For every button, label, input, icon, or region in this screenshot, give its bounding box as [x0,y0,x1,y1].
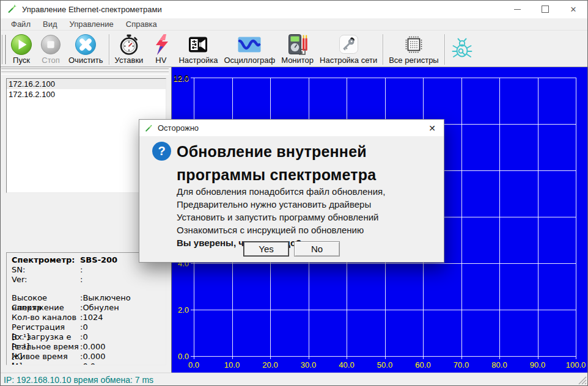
info-row-value: : [80,275,83,285]
info-row-label: Кол-во каналов [12,313,80,322]
menu-item-file[interactable]: Файл [5,18,37,31]
key-icon [337,33,360,56]
toolbar-button-setpoints[interactable]: Уставки [112,31,147,65]
y-tick [191,78,194,78]
info-row: Высокое напряжение:Выключено [12,293,166,303]
app-wand-icon [7,4,17,14]
minimize-button[interactable] [503,0,531,18]
maximize-button[interactable] [531,0,559,18]
toolbar-grip[interactable] [2,35,5,64]
toolbar-label: Монитор [281,56,314,65]
dialog-close-button[interactable]: ✕ [421,120,444,136]
toolbar-button-all-registers[interactable]: Все регистры [386,31,442,65]
y-tick [191,310,194,310]
debug-bug-icon [450,37,474,60]
info-row-label: Вх. загрузка е [с⁻¹] [12,332,80,342]
y-tick [191,263,194,264]
toolbar-separator [383,34,383,65]
x-tick [576,356,576,359]
toolbar-button-oscilloscope[interactable]: Осциллограф [221,31,278,65]
toolbar-button-settings[interactable]: Настройка [175,31,221,65]
info-row: SN:: [12,265,166,275]
toolbar-label: Настройка [178,56,218,65]
toolbar-label: Очистить [68,56,103,65]
info-row: Регистрация [с⁻¹]:0 [12,322,166,332]
dialog-title-bar: Осторожно ✕ [139,120,444,136]
panel-grip[interactable] [1,71,169,75]
dialog-body: Для обновления понадобится файл обновлен… [177,185,385,249]
device-list-item[interactable]: 172.16.2.100 [7,79,166,89]
yes-button[interactable]: Yes [243,241,289,257]
toolbar-label: Пуск [13,56,30,65]
x-gridline [576,78,576,356]
toolbar-label: Настройка сети [320,56,377,65]
y-tick-label: 2.0 [164,305,189,315]
close-button[interactable]: ✕ [559,0,587,18]
info-row-label: Мертвое время [%] [12,362,80,365]
info-row-value: :0.000 [80,352,106,362]
toolbar-button-stop[interactable]: Стоп [36,31,65,65]
toolbar-button-hv[interactable]: HV [146,31,175,65]
toolbar-button-debug[interactable] [447,31,477,65]
dialog-close-icon: ✕ [428,123,436,133]
info-row: Кол-во каналов:1024 [12,313,166,322]
info-spacer [12,285,166,293]
dialog-heading-line: Обновление внутренней [177,140,376,163]
info-row-label: Ver: [12,275,80,285]
info-row-value: : [80,265,83,275]
info-row-value: :0 [80,332,88,342]
info-row-value: :Обнулен [80,303,119,313]
dialog-body-line: Установить и запустить программу обновле… [177,211,385,224]
toolbar-button-network-settings[interactable]: Настройка сети [317,31,380,65]
toolbar-button-monitor[interactable]: Монитор [278,31,317,65]
info-row: Ver:: [12,275,166,285]
toolbar-label: Все регистры [389,56,439,65]
y-gridline [194,356,576,357]
menu-item-view[interactable]: Вид [37,18,64,31]
window-controls: ✕ [503,0,587,18]
play-icon [10,33,33,56]
toolbar: Пуск Стоп Очистить [0,31,588,67]
x-tick-label: 30.0 [301,360,316,370]
info-row-value: :1024 [80,313,103,322]
window-title: Управление Ethernet-спектрометрами [22,5,162,14]
info-row-label: Высокое напряжение [12,293,80,303]
y-tick-label: 0.0 [164,352,189,361]
menu-bar: ФайлВидУправлениеСправка [0,18,588,31]
info-row-value: :0 [80,322,88,332]
info-row-value: SBS-200 [80,255,117,265]
info-row-label: Регистрация [с⁻¹] [12,322,80,332]
x-tick-label: 50.0 [377,360,392,370]
x-tick-label: 90.0 [530,360,545,370]
dialog-heading-line: программы спектрометра [177,163,376,186]
minimize-icon [514,9,521,10]
spectrometer-info-box: Спектрометр:SBS-200SN::Ver::Высокое напр… [6,252,166,365]
toolbar-button-start[interactable]: Пуск [7,31,36,65]
info-row: Спектр:Обнулен [12,303,166,313]
resize-grip-icon[interactable] [578,376,587,385]
dialog-body-line: Предварительно нужно установить драйверы [177,198,385,211]
question-icon: ? [152,142,171,161]
menu-item-help[interactable]: Справка [120,18,163,31]
info-row-label: SN: [12,265,80,275]
toolbar-label: Стоп [42,56,59,65]
toolbar-label: Осциллограф [224,56,275,65]
toolbar-button-clear[interactable]: Очистить [65,31,106,65]
maximize-icon [542,5,549,13]
menu-item-control[interactable]: Управление [64,18,120,31]
info-row: Мертвое время [%]:0.0 [12,362,166,365]
x-tick-label: 40.0 [339,360,354,370]
dialog-body-line: Ознакомиться с инсрукцией по обновлению [177,224,385,236]
y-tick [191,356,194,357]
info-row: Вх. загрузка е [с⁻¹]:0 [12,332,166,342]
device-list-item[interactable]: 172.16.2.100 [7,89,166,100]
x-tick-label: 0.0 [188,360,199,370]
info-row-value: :0.000 [80,342,106,352]
toolbar-separator [444,34,445,65]
info-row-label: Спектр [12,303,80,313]
close-icon: ✕ [570,5,577,14]
no-button[interactable]: No [294,241,340,257]
status-text: IP: 192.168.10.10 время обмена: 7 ms [4,375,153,385]
x-tick-label: 80.0 [491,360,507,370]
lightning-icon [149,33,172,56]
